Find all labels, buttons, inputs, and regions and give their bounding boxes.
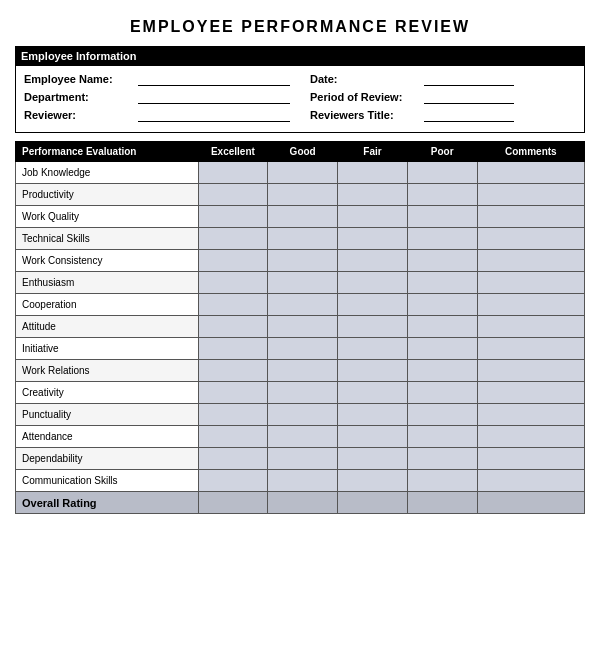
date-field[interactable] [424,72,514,86]
rating-cell[interactable] [338,426,408,448]
rating-cell[interactable] [198,250,268,272]
rating-cell[interactable] [198,294,268,316]
overall-cell[interactable] [198,492,268,514]
rating-cell[interactable] [268,338,338,360]
rating-cell[interactable] [338,404,408,426]
rating-cell[interactable] [268,448,338,470]
comments-cell[interactable] [477,316,584,338]
rating-cell[interactable] [198,426,268,448]
comments-cell[interactable] [477,228,584,250]
rating-cell[interactable] [198,162,268,184]
rating-cell[interactable] [198,470,268,492]
col-header-poor: Poor [407,142,477,162]
rating-cell[interactable] [338,316,408,338]
comments-cell[interactable] [477,360,584,382]
rating-cell[interactable] [407,470,477,492]
rating-cell[interactable] [338,228,408,250]
period-field[interactable] [424,90,514,104]
rating-cell[interactable] [407,338,477,360]
row-label-creativity: Creativity [16,382,199,404]
rating-cell[interactable] [407,382,477,404]
reviewers-title-field[interactable] [424,108,514,122]
rating-cell[interactable] [268,382,338,404]
rating-cell[interactable] [407,360,477,382]
table-row: Technical Skills [16,228,585,250]
comments-cell[interactable] [477,184,584,206]
rating-cell[interactable] [198,184,268,206]
rating-cell[interactable] [338,250,408,272]
rating-cell[interactable] [268,360,338,382]
rating-cell[interactable] [407,184,477,206]
comments-cell[interactable] [477,294,584,316]
comments-cell[interactable] [477,426,584,448]
rating-cell[interactable] [338,162,408,184]
rating-cell[interactable] [407,404,477,426]
department-label: Department: [24,91,134,103]
department-field[interactable] [138,90,290,104]
row-label-punctuality: Punctuality [16,404,199,426]
rating-cell[interactable] [198,404,268,426]
rating-cell[interactable] [198,206,268,228]
rating-cell[interactable] [198,272,268,294]
comments-cell[interactable] [477,404,584,426]
comments-cell[interactable] [477,162,584,184]
rating-cell[interactable] [407,272,477,294]
table-row: Work Quality [16,206,585,228]
rating-cell[interactable] [338,360,408,382]
comments-cell[interactable] [477,272,584,294]
reviewer-field[interactable] [138,108,290,122]
rating-cell[interactable] [268,294,338,316]
row-label-work-relations: Work Relations [16,360,199,382]
rating-cell[interactable] [407,162,477,184]
row-label-initiative: Initiative [16,338,199,360]
row-label-attitude: Attitude [16,316,199,338]
overall-cell[interactable] [407,492,477,514]
col-header-performance: Performance Evaluation [16,142,199,162]
rating-cell[interactable] [268,272,338,294]
rating-cell[interactable] [338,382,408,404]
period-label: Period of Review: [310,91,420,103]
col-header-good: Good [268,142,338,162]
employee-name-field[interactable] [138,72,290,86]
rating-cell[interactable] [407,316,477,338]
col-header-excellent: Excellent [198,142,268,162]
rating-cell[interactable] [198,338,268,360]
rating-cell[interactable] [338,338,408,360]
comments-cell[interactable] [477,382,584,404]
rating-cell[interactable] [268,228,338,250]
rating-cell[interactable] [407,294,477,316]
rating-cell[interactable] [338,294,408,316]
rating-cell[interactable] [268,316,338,338]
rating-cell[interactable] [198,360,268,382]
rating-cell[interactable] [198,382,268,404]
rating-cell[interactable] [407,206,477,228]
rating-cell[interactable] [268,470,338,492]
rating-cell[interactable] [338,448,408,470]
rating-cell[interactable] [407,448,477,470]
rating-cell[interactable] [198,448,268,470]
comments-cell[interactable] [477,338,584,360]
rating-cell[interactable] [338,206,408,228]
overall-cell[interactable] [338,492,408,514]
rating-cell[interactable] [268,162,338,184]
employee-name-label: Employee Name: [24,73,134,85]
overall-cell[interactable] [268,492,338,514]
rating-cell[interactable] [268,206,338,228]
comments-cell[interactable] [477,448,584,470]
rating-cell[interactable] [268,426,338,448]
rating-cell[interactable] [338,272,408,294]
comments-cell[interactable] [477,206,584,228]
rating-cell[interactable] [198,316,268,338]
rating-cell[interactable] [407,228,477,250]
rating-cell[interactable] [407,426,477,448]
rating-cell[interactable] [268,250,338,272]
comments-cell[interactable] [477,250,584,272]
rating-cell[interactable] [268,404,338,426]
rating-cell[interactable] [338,470,408,492]
rating-cell[interactable] [268,184,338,206]
overall-cell[interactable] [477,492,584,514]
rating-cell[interactable] [407,250,477,272]
rating-cell[interactable] [198,228,268,250]
comments-cell[interactable] [477,470,584,492]
rating-cell[interactable] [338,184,408,206]
